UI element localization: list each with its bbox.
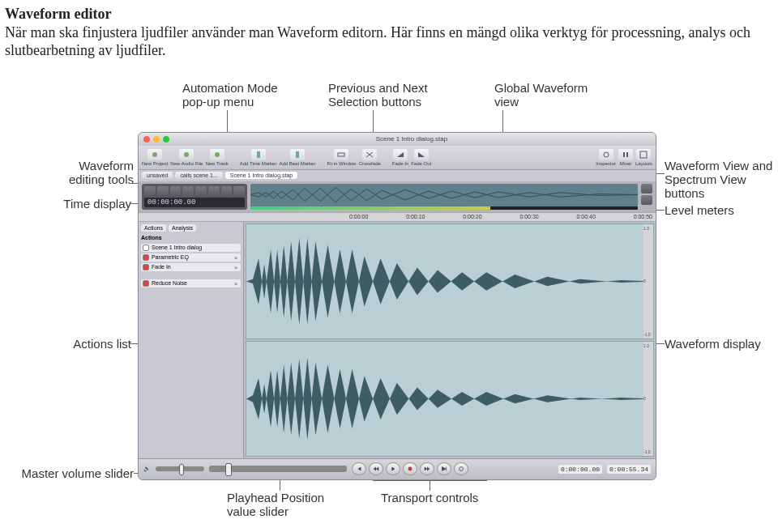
go-start-button[interactable] [352, 462, 366, 475]
delete-icon[interactable]: × [233, 264, 239, 270]
label-transport: Transport controls [381, 491, 478, 504]
label-editing-tools: Waveform editing tools [61, 159, 134, 187]
action-item[interactable]: Reduce Noise× [141, 279, 241, 287]
label-waveform-display: Waveform display [665, 337, 761, 351]
play-button[interactable] [386, 462, 400, 475]
checkbox-icon[interactable] [143, 254, 149, 261]
label-global-waveform: Global Waveform view [494, 81, 588, 109]
delete-icon[interactable]: × [233, 254, 239, 261]
tool-pencil[interactable] [195, 186, 207, 196]
speaker-icon: 🔊 [143, 466, 151, 472]
actions-panel: Actions Analysis Actions Scene 1 Intro d… [139, 222, 244, 458]
svg-point-2 [215, 152, 220, 157]
intro-title: Waveform editor [5, 6, 111, 22]
window-titlebar: Scene 1 Intro dialog.stap [139, 133, 656, 146]
transport-controls [352, 462, 468, 475]
actions-header: Actions [141, 233, 241, 242]
tab-current[interactable]: Scene 1 Intro dialog.stap [225, 172, 297, 179]
action-item[interactable]: Parametric EQ× [141, 253, 241, 262]
svg-point-0 [152, 152, 157, 157]
svg-point-6 [604, 152, 609, 157]
fade-out-button[interactable]: Fade Out [411, 149, 431, 166]
waveform-channel-r[interactable]: 1.00-1.0 [246, 341, 654, 457]
bottom-bar: 🔊 0:00:00.00 0:00:55.34 [139, 458, 656, 479]
zoom-icon[interactable] [163, 136, 169, 143]
intro-text: Waveform editor När man ska finjustera l… [0, 0, 778, 63]
global-waveform-view[interactable] [250, 184, 638, 210]
label-actions-list: Actions list [66, 337, 131, 351]
go-end-button[interactable] [437, 462, 451, 475]
prev-selection-button[interactable] [221, 186, 233, 196]
checkbox-icon[interactable] [143, 264, 149, 270]
close-icon[interactable] [143, 136, 150, 143]
svg-point-1 [184, 152, 189, 157]
window-title: Scene 1 Intro dialog.stap [173, 135, 651, 143]
layouts-button[interactable]: Layouts [635, 149, 652, 166]
leader [373, 480, 486, 481]
automation-mode-popup[interactable] [208, 186, 220, 196]
intro-body: När man ska finjustera ljudfiler använde… [5, 24, 750, 59]
playhead-position-slider[interactable] [209, 466, 347, 472]
new-project-button[interactable]: New Project [142, 149, 168, 166]
toolbar: New Project New Audio File New Track Add… [139, 146, 656, 170]
master-volume-slider[interactable] [156, 466, 204, 471]
svg-rect-4 [296, 151, 299, 158]
tool-strip: 00:00:00.00 [139, 181, 656, 212]
label-time-display: Time display [50, 197, 131, 211]
crossfade-button[interactable]: Crossfade [358, 149, 380, 166]
label-master-volume: Master volume slider [8, 466, 134, 480]
svg-point-12 [408, 467, 413, 471]
loop-button[interactable] [454, 462, 468, 475]
time-readouts: 0:00:00.00 0:00:55.34 [558, 465, 651, 474]
svg-rect-7 [623, 152, 625, 157]
waveform-channel-l[interactable]: 1.00-1.0 [246, 223, 654, 339]
new-audio-file-button[interactable]: New Audio File [170, 149, 203, 166]
forward-button[interactable] [420, 462, 434, 475]
tool-zoom[interactable] [170, 186, 182, 196]
fade-in-button[interactable]: Fade In [392, 149, 408, 166]
next-selection-button[interactable] [233, 186, 245, 196]
segment-actions[interactable]: Actions [141, 224, 166, 232]
label-view-buttons: Waveform View and Spectrum View buttons [665, 159, 778, 201]
tab-file[interactable]: calls scene 1... [175, 172, 222, 179]
segment-analysis[interactable]: Analysis [169, 224, 196, 232]
label-level-meters: Level meters [665, 203, 734, 217]
fit-in-window-button[interactable]: Fit in Window [327, 149, 356, 166]
time-display: 00:00:00.00 [144, 198, 245, 207]
app-window: Scene 1 Intro dialog.stap New Project Ne… [138, 132, 656, 480]
svg-rect-5 [338, 153, 344, 156]
annotated-diagram: Automation Mode pop-up menu Previous and… [0, 63, 778, 517]
action-item[interactable]: Fade In× [141, 263, 241, 271]
label-prev-next: Previous and Next Selection buttons [328, 81, 428, 109]
add-time-marker-button[interactable]: Add Time Marker [240, 149, 277, 166]
tool-hand[interactable] [182, 186, 194, 196]
new-track-button[interactable]: New Track [205, 149, 228, 166]
rewind-button[interactable] [369, 462, 383, 475]
label-playhead-slider: Playhead Position value slider [227, 491, 324, 519]
delete-icon[interactable]: × [233, 280, 239, 287]
record-button[interactable] [403, 462, 417, 475]
tool-select[interactable] [157, 186, 169, 196]
spectrum-view-button[interactable] [641, 195, 652, 205]
tool-pointer[interactable] [144, 186, 156, 196]
checkbox-icon[interactable] [143, 245, 149, 251]
inspector-button[interactable]: Inspector [596, 149, 616, 166]
minimize-icon[interactable] [153, 136, 160, 143]
svg-rect-3 [257, 151, 260, 158]
tools-box: 00:00:00.00 [142, 184, 247, 210]
add-beat-marker-button[interactable]: Add Beat Marker [279, 149, 315, 166]
waveform-view-button[interactable] [641, 184, 652, 194]
tab-row: unsaved calls scene 1... Scene 1 Intro d… [139, 170, 656, 181]
svg-rect-9 [640, 151, 647, 158]
waveform-display[interactable]: 1.00-1.0 1.00-1.0 [244, 222, 656, 458]
checkbox-icon[interactable] [143, 280, 149, 287]
svg-rect-8 [626, 152, 628, 157]
mixer-button[interactable]: Mixer [618, 149, 633, 166]
time-ruler[interactable]: 0:00:00 0:00:10 0:00:20 0:00:30 0:00:40 … [139, 212, 656, 222]
action-item[interactable]: Scene 1 Intro dialog [141, 244, 241, 252]
tab-unsaved[interactable]: unsaved [142, 172, 173, 179]
level-meters [250, 206, 638, 210]
label-automation-mode: Automation Mode pop-up menu [182, 81, 278, 109]
